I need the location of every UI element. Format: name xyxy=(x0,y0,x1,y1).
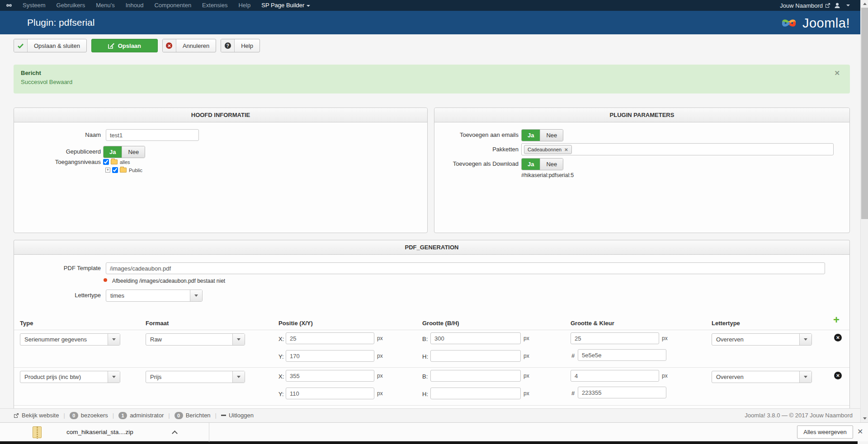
published-label: Gepubliceerd xyxy=(14,146,101,158)
row1-font-select[interactable]: Overerven xyxy=(712,333,812,346)
add-row-icon[interactable]: + xyxy=(833,316,840,324)
administrator-label: administrator xyxy=(130,412,164,419)
access-tree-node-public: + Public xyxy=(105,167,142,173)
row2-b-label: B: xyxy=(422,371,429,383)
user-caret-down-icon[interactable] xyxy=(846,5,850,6)
plugin-params-title: PLUGIN PARAMETERS xyxy=(434,108,849,122)
row1-y-input[interactable] xyxy=(286,350,374,362)
brand-text: Joomla! xyxy=(802,16,850,31)
downloads-close-icon[interactable]: ✕ xyxy=(857,427,863,436)
font-select[interactable]: times xyxy=(106,290,203,302)
warning-dot-icon xyxy=(104,278,107,282)
logout-icon xyxy=(221,415,226,416)
close-icon[interactable]: ✕ xyxy=(834,69,840,77)
row2-format-select[interactable]: Prijs xyxy=(146,371,245,383)
row2-y-label: Y: xyxy=(278,388,284,400)
row2-hash-label: # xyxy=(571,388,576,399)
row2-b-input[interactable] xyxy=(430,370,521,382)
menu-inhoud[interactable]: Inhoud xyxy=(120,0,149,11)
row1-color-input[interactable] xyxy=(578,349,666,361)
visitors-item[interactable]: 0 bezoekers xyxy=(70,412,108,419)
row1-x-input[interactable] xyxy=(286,332,374,344)
scrollbar-thumb[interactable] xyxy=(861,8,868,219)
pdf-template-input[interactable] xyxy=(106,262,825,274)
col-positie: Positie (X/Y) xyxy=(278,320,313,327)
administrator-item[interactable]: 1 administrator xyxy=(118,412,164,419)
scroll-up-icon[interactable] xyxy=(861,0,868,8)
row2-size-input[interactable] xyxy=(571,370,659,382)
public-checkbox[interactable] xyxy=(112,167,118,173)
tag-remove-icon[interactable]: ✕ xyxy=(564,147,568,152)
separator: | xyxy=(215,412,217,419)
pdf-generation-panel: PDF_GENERATION PDF Template Afbeelding /… xyxy=(14,240,850,408)
chevron-up-icon[interactable] xyxy=(172,430,178,436)
site-name-label: Jouw Naambord xyxy=(780,2,823,9)
px-suffix: px xyxy=(524,332,529,344)
download-no-button[interactable]: Nee xyxy=(540,159,563,170)
menu-systeem[interactable]: Systeem xyxy=(17,0,51,11)
view-site-link[interactable]: Jouw Naambord xyxy=(780,2,830,9)
emails-yes-button[interactable]: Ja xyxy=(522,130,540,141)
published-yes-button[interactable]: Ja xyxy=(104,146,122,158)
emails-no-button[interactable]: Nee xyxy=(540,130,563,141)
row1-y-label: Y: xyxy=(278,351,284,363)
messages-item[interactable]: 0 Berichten xyxy=(175,412,211,419)
logout-link[interactable]: Uitloggen xyxy=(221,412,254,419)
save-close-button[interactable]: Opslaan & sluiten xyxy=(14,39,87,52)
chevron-down-icon xyxy=(799,334,811,345)
help-label: Help xyxy=(235,39,259,52)
cancel-icon: ✕ xyxy=(163,39,176,52)
scrollbar[interactable] xyxy=(860,0,868,422)
external-link-icon xyxy=(14,413,19,418)
alles-checkbox[interactable] xyxy=(103,159,109,165)
menu-gebruikers[interactable]: Gebruikers xyxy=(51,0,91,11)
row1-size-input[interactable] xyxy=(571,332,659,344)
row1-b-input[interactable] xyxy=(430,332,521,344)
name-input[interactable] xyxy=(106,129,199,141)
row1-type-select[interactable]: Serienummer gegevens xyxy=(20,333,120,346)
col-grootte: Grootte (B/H) xyxy=(422,320,459,327)
save-button[interactable]: Opslaan xyxy=(91,39,158,52)
row1-font-value: Overerven xyxy=(712,334,799,345)
row2-type-select[interactable]: Product prijs (inc btw) xyxy=(20,371,120,383)
menu-extensies[interactable]: Extensies xyxy=(197,0,233,11)
folder-icon xyxy=(111,159,118,164)
menu-sp-page-builder[interactable]: SP Page Builder xyxy=(256,0,316,11)
row2-color-input[interactable] xyxy=(578,387,666,398)
delete-row-icon[interactable]: ✕ xyxy=(834,334,842,341)
row1-h-label: H: xyxy=(422,351,429,363)
sp-page-builder-label: SP Page Builder xyxy=(261,2,304,9)
scroll-down-icon[interactable] xyxy=(861,415,868,422)
download-file-name[interactable]: com_hikaserial_sta....zip xyxy=(66,423,133,442)
cancel-button[interactable]: ✕ Annuleren xyxy=(162,39,216,52)
visitors-badge: 0 xyxy=(70,412,78,419)
help-button[interactable]: ? Help xyxy=(221,39,260,52)
menu-help[interactable]: Help xyxy=(233,0,256,11)
view-website-link[interactable]: Bekijk website xyxy=(14,412,59,419)
menu-componenten[interactable]: Componenten xyxy=(149,0,197,11)
user-icon[interactable] xyxy=(834,2,840,9)
download-yes-button[interactable]: Ja xyxy=(522,159,540,170)
row2-h-input[interactable] xyxy=(430,388,521,399)
delete-row-icon[interactable]: ✕ xyxy=(834,372,842,379)
row2-y-input[interactable] xyxy=(286,388,374,399)
row1-h-input[interactable] xyxy=(430,350,521,362)
separator: | xyxy=(63,412,65,419)
row2-format-value: Prijs xyxy=(146,371,232,383)
status-bar: Bekijk website | 0 bezoekers | 1 adminis… xyxy=(0,408,868,422)
expand-icon[interactable]: + xyxy=(105,168,110,173)
show-all-downloads-button[interactable]: Alles weergeven xyxy=(797,425,853,439)
row1-format-select[interactable]: Raw xyxy=(146,333,245,346)
font-select-value: times xyxy=(106,290,190,301)
separator: | xyxy=(113,412,114,419)
menu-menus[interactable]: Menu's xyxy=(90,0,120,11)
row2-x-input[interactable] xyxy=(286,370,374,382)
published-no-button[interactable]: Nee xyxy=(122,146,145,158)
packages-input[interactable]: Cadeaubonnen ✕ xyxy=(521,143,834,155)
navbar-right: Jouw Naambord xyxy=(780,0,850,11)
toolbar: Opslaan & sluiten Opslaan ✕ Annuleren ? … xyxy=(14,39,260,52)
save-label: Opslaan xyxy=(118,42,141,49)
row2-font-select[interactable]: Overerven xyxy=(712,371,812,383)
page-header: Plugin: pdfserial Joomla! xyxy=(0,11,868,34)
px-suffix: px xyxy=(524,370,529,382)
